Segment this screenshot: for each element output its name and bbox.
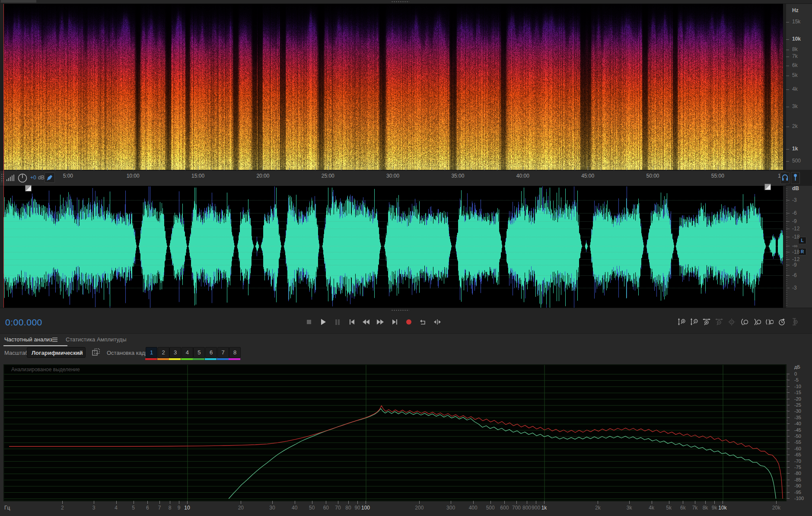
skip-to-start-button[interactable] [347,316,357,328]
timeline-tick [302,168,303,170]
freeze-frame-button-4[interactable]: 4 [182,347,193,358]
zoom-in-horizontal-button[interactable] [702,316,711,328]
frequency-plot[interactable] [3,364,787,501]
spectrogram-display[interactable] [3,4,783,170]
freeze-frame-button-5[interactable]: 5 [193,347,205,358]
skip-to-end-button[interactable] [389,316,400,328]
x-axis-tick [516,501,517,504]
timeline-tick [81,168,81,170]
waveform-display[interactable] [3,186,783,308]
db-axis-label: -12 [792,226,799,232]
timeline-tick [445,168,445,170]
fast-forward-button[interactable] [375,316,385,328]
panel-resize-handle[interactable] [391,1,409,3]
frequency-axis-label: 8k [792,46,798,52]
frequency-axis-label: 1k [792,146,798,152]
pause-button[interactable] [332,316,343,328]
copy-frames-button[interactable] [92,348,101,357]
timeline-ruler[interactable]: +0 dB 5:0010:0015:0020:0025:0030:0035:00… [0,170,786,186]
x-axis-tick [94,501,94,504]
tab-frequency-analysis[interactable]: Частотный анализ [4,336,52,343]
gain-knob-icon[interactable] [17,173,28,183]
y-axis-minor-tick [787,472,788,473]
x-axis-tick [312,501,312,504]
loop-playback-button[interactable] [418,316,428,328]
analyzed-selection-label: Анализированое выделение [11,366,80,373]
db-axis-minor-tick [786,253,787,254]
timeline-tick [575,168,575,170]
time-display[interactable]: 0:00.000 [5,317,42,328]
x-axis-tick [134,501,134,504]
db-axis-minor-tick [786,201,787,202]
spectrogram-canvas[interactable] [3,4,783,170]
y-axis-minor-tick [787,391,788,392]
timeline-tick [276,168,276,170]
y-axis-tick [787,436,790,436]
stop-button[interactable] [304,316,314,328]
solo-pin-button[interactable] [791,172,800,184]
level-meter-icon[interactable] [6,174,16,182]
db-axis-minor-tick [786,217,787,217]
frequency-axis-label: 500 [792,158,801,164]
freeze-frame-button-3[interactable]: 3 [169,347,181,358]
rewind-button[interactable] [361,316,371,328]
y-axis-minor-tick [787,412,788,413]
play-button[interactable] [318,316,328,328]
spectrogram-frequency-axis[interactable]: Hz15k10k8k7k6k5k4k3k2k1k500 [786,4,812,170]
x-axis-tick [473,501,474,504]
timeline-tick [471,168,471,170]
y-axis-label: -45 [794,427,801,433]
y-axis-minor-tick [787,470,788,470]
zoom-in-vertical-button[interactable] [677,316,686,328]
zoom-out-horizontal-button[interactable] [714,316,724,328]
y-axis-minor-tick [787,477,788,478]
record-button[interactable] [404,316,414,328]
gain-value[interactable]: +0 [30,175,36,181]
arrow-pin-icon [45,173,54,182]
freeze-frame-button-6[interactable]: 6 [205,347,217,358]
zoom-to-selection-button[interactable] [764,316,774,328]
zoom-reset-button[interactable] [727,316,736,328]
db-axis-tick [786,265,790,265]
y-axis-minor-tick [787,426,788,427]
scale-dropdown[interactable]: Логарифмический [27,347,86,358]
waveform-gridline [3,252,783,252]
freeze-frame-button-1[interactable]: 1 [146,347,157,358]
db-axis-minor-tick [786,214,787,215]
y-axis-minor-tick [787,376,788,377]
timeline-label: 50:00 [646,173,659,179]
zoom-in-left-selection-button[interactable] [739,316,749,328]
record-icon [406,319,412,325]
db-axis-minor-tick [786,191,787,191]
freeze-frame-button-2[interactable]: 2 [158,347,169,358]
y-axis-minor-tick [787,462,788,462]
skip-start-icon [349,319,355,325]
zoom-full-button[interactable] [790,316,799,328]
waveform-db-axis[interactable]: L R dB-3-6-9-12-18-∞-18-12-9-6-3 [786,186,812,308]
restore-zoom-button[interactable] [777,316,787,328]
frequency-axis-label: 5k [792,72,798,78]
loop-icon [420,319,427,325]
frequency-axis-tick [786,76,789,76]
zoom-out-vertical-button[interactable] [689,316,699,328]
timeline-tick [744,168,744,170]
playhead-line[interactable] [3,4,4,308]
zoom-in-right-selection-button[interactable] [752,316,761,328]
audition-window: Hz15k10k8k7k6k5k4k3k2k1k500 +0 dB 5:0010… [0,0,812,516]
skip-selection-button[interactable] [432,316,443,328]
freeze-frame-button-8[interactable]: 8 [229,347,241,358]
x-axis-label: 40 [292,505,297,511]
timeline-tick [367,168,367,170]
pin-tool-button[interactable] [45,172,55,183]
y-axis-minor-tick [787,415,788,415]
fade-out-handle[interactable] [764,184,771,190]
db-axis-label: -∞ [792,243,798,249]
fade-in-handle[interactable] [25,185,32,191]
tab-amplitude-statistics[interactable]: Статистика Амплитуды [66,336,126,343]
timeline-label: 40:00 [516,173,529,179]
waveform-canvas[interactable] [3,186,783,308]
monitor-headphones-button[interactable] [780,172,790,184]
panel-menu-icon[interactable] [52,337,59,342]
freeze-frame-button-7[interactable]: 7 [217,347,229,358]
scrollbar-handle[interactable] [391,309,409,311]
